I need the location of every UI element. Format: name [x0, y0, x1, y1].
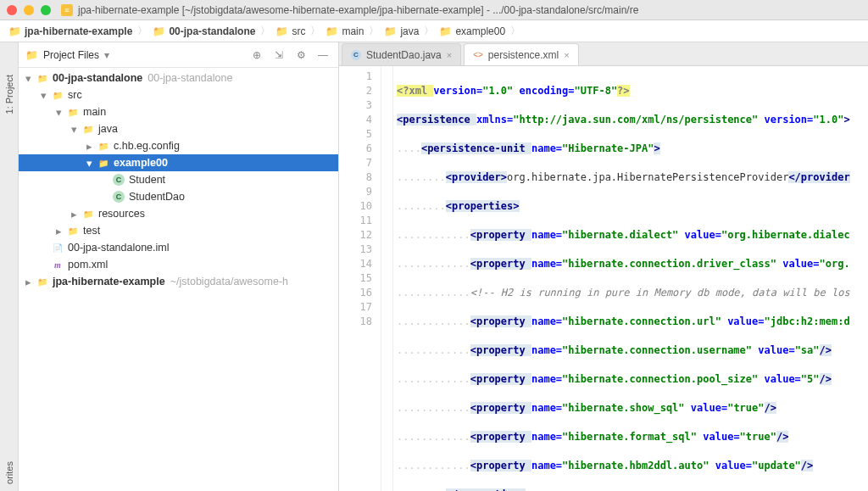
- tab-studentdao[interactable]: CStudentDao.java×: [342, 43, 461, 65]
- tree-iml[interactable]: 📄00-jpa-standalone.iml: [19, 239, 338, 256]
- fold-gutter[interactable]: [381, 66, 393, 491]
- crumb-1[interactable]: 📁00-jpa-standalone: [149, 25, 259, 37]
- tree-class-student[interactable]: CStudent: [19, 171, 338, 188]
- left-tool-gutter: 1: Project orites: [0, 42, 19, 491]
- crumb-2[interactable]: 📁src: [272, 25, 309, 37]
- tree-main[interactable]: ▾📁main: [19, 103, 338, 120]
- project-sidebar: 📁 Project Files ▾ ⊕ ⇲ ⚙ — ▾📁00-jpa-stand…: [19, 42, 339, 491]
- project-icon: ≡: [61, 4, 73, 16]
- tree-module-root[interactable]: ▾📁00-jpa-standalone00-jpa-standalone: [19, 70, 338, 86]
- tree-class-studentdao[interactable]: CStudentDao: [19, 188, 338, 205]
- favorites-tool-tab[interactable]: orites: [3, 455, 16, 491]
- hide-icon[interactable]: —: [314, 47, 331, 64]
- collapse-icon[interactable]: ⇲: [270, 47, 287, 64]
- crumb-0[interactable]: 📁jpa-hibernate-example: [5, 25, 136, 37]
- editor-tabs: CStudentDao.java× <>persistence.xml×: [339, 42, 868, 66]
- view-mode-label[interactable]: Project Files: [43, 49, 99, 61]
- locate-icon[interactable]: ⊕: [248, 47, 265, 64]
- gear-icon[interactable]: ⚙: [292, 47, 309, 64]
- close-window-button[interactable]: [7, 5, 17, 15]
- code-editor[interactable]: <?xml version="1.0" encoding="UTF-8"?> <…: [393, 66, 868, 491]
- tree-java[interactable]: ▾📁java: [19, 120, 338, 137]
- editor-area: CStudentDao.java× <>persistence.xml× 123…: [339, 42, 868, 491]
- close-icon[interactable]: ×: [564, 50, 569, 60]
- minimize-window-button[interactable]: [24, 5, 34, 15]
- crumb-4[interactable]: 📁java: [381, 25, 422, 37]
- tree-module-other[interactable]: ▸📁jpa-hibernate-example~/jstobigdata/awe…: [19, 273, 338, 290]
- tree-pom[interactable]: mpom.xml: [19, 256, 338, 273]
- tree-src[interactable]: ▾📁src: [19, 86, 338, 103]
- window-controls: [7, 5, 51, 15]
- sidebar-header: 📁 Project Files ▾ ⊕ ⇲ ⚙ —: [19, 42, 338, 68]
- window-title: ≡ jpa-hibernate-example [~/jstobigdata/a…: [61, 4, 638, 16]
- maximize-window-button[interactable]: [41, 5, 51, 15]
- java-icon: C: [351, 50, 361, 60]
- breadcrumb: 📁jpa-hibernate-example〉 📁00-jpa-standalo…: [0, 20, 868, 42]
- xml-icon: <>: [473, 50, 483, 59]
- line-gutter: 123456789101112131415161718: [339, 66, 381, 491]
- tree-resources[interactable]: ▸📁resources: [19, 205, 338, 222]
- crumb-5[interactable]: 📁example00: [436, 25, 509, 37]
- crumb-3[interactable]: 📁main: [322, 25, 367, 37]
- tab-persistence[interactable]: <>persistence.xml×: [464, 43, 579, 65]
- folder-icon: 📁: [25, 49, 38, 61]
- chevron-down-icon[interactable]: ▾: [104, 49, 109, 61]
- tree-pkg-config[interactable]: ▸📁c.hb.eg.config: [19, 137, 338, 154]
- project-tool-tab[interactable]: 1: Project: [3, 68, 16, 120]
- tree-test[interactable]: ▸📁test: [19, 222, 338, 239]
- tree-pkg-example00[interactable]: ▾📁example00: [19, 154, 338, 171]
- titlebar: ≡ jpa-hibernate-example [~/jstobigdata/a…: [0, 0, 868, 20]
- project-tree[interactable]: ▾📁00-jpa-standalone00-jpa-standalone ▾📁s…: [19, 68, 338, 491]
- window-title-text: jpa-hibernate-example [~/jstobigdata/awe…: [78, 4, 638, 16]
- close-icon[interactable]: ×: [447, 50, 452, 60]
